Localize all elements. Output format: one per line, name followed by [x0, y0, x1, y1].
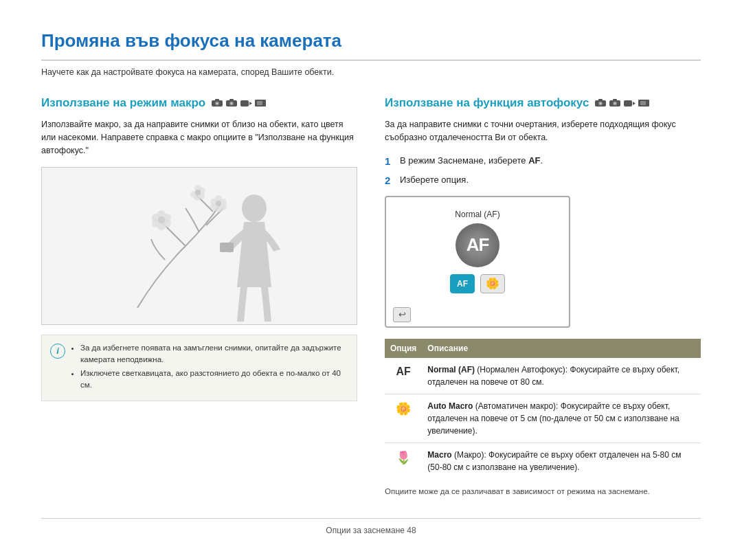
svg-rect-35 [598, 99, 603, 101]
tip-box: i За да избегнете появата на замъглени с… [41, 335, 357, 401]
page-title: Промяна във фокуса на камерата [41, 27, 701, 60]
af-back-btn[interactable]: ↩ [393, 307, 411, 322]
svg-point-25 [216, 201, 221, 206]
macro-illustration [41, 167, 357, 325]
svg-point-18 [158, 216, 165, 223]
options-table: Опция Описание AF Normal (AF) (Нормален … [385, 339, 701, 479]
step-1-text: В режим Заснемане, изберете AF. [400, 154, 543, 168]
table-row-af: AF Normal (AF) (Нормален Автофокус): Фок… [385, 358, 701, 394]
page-subtitle: Научете как да настройвате фокуса на кам… [41, 66, 701, 79]
left-section-title: Използване на режим макро [41, 94, 357, 112]
svg-rect-5 [229, 99, 234, 101]
macro-svg [96, 170, 302, 322]
tip-icon: i [50, 344, 65, 359]
camera-icon-r2 [609, 98, 621, 107]
svg-rect-1 [215, 99, 219, 101]
svg-point-32 [242, 194, 267, 222]
svg-marker-43 [633, 102, 636, 105]
af-btn-macro[interactable]: 🌼 [480, 274, 505, 293]
af-big-text: AF [466, 232, 489, 258]
steps: 1 В режим Заснемане, изберете AF. 2 Избе… [385, 154, 701, 189]
table-row-af-desc: Normal (AF) (Нормален Автофокус): Фокуси… [422, 358, 701, 394]
svg-point-41 [614, 102, 616, 104]
svg-rect-11 [257, 101, 262, 105]
table-header-row: Опция Описание [385, 339, 701, 358]
step-1-num: 1 [385, 154, 396, 170]
svg-rect-33 [220, 243, 234, 252]
table-col2-header: Описание [422, 339, 701, 358]
tip-list: За да избегнете появата на замъглени сни… [71, 342, 348, 394]
right-title-icons [594, 98, 650, 107]
table-row-macro-desc: Macro (Макро): Фокусирайте се върху обек… [422, 443, 701, 479]
svg-point-7 [231, 102, 233, 104]
step-2-text: Изберете опция. [400, 173, 469, 187]
af-big-icon: AF [456, 223, 499, 267]
step-1: 1 В режим Заснемане, изберете AF. [385, 154, 701, 170]
left-title-text: Използване на режим макро [41, 94, 205, 112]
af-desc-bold: Normal (AF) (Нормален Автофокус): Фокуси… [427, 365, 679, 387]
table-row-macro: 🌷 Macro (Макро): Фокусирайте се върху об… [385, 443, 701, 479]
page-footer: Опции за заснемане 48 [41, 518, 701, 537]
macro-title: Macro [427, 450, 451, 460]
right-section-body: За да направите снимки с точни очертания… [385, 118, 701, 144]
af-back-row: ↩ [386, 304, 569, 322]
photo-icon-1 [254, 98, 267, 107]
af-small-icons: AF 🌼 [450, 274, 505, 293]
footer-text: Опции за заснемане 48 [326, 526, 416, 535]
af-preview-inner: Normal (AF) AF AF 🌼 [386, 197, 569, 304]
table-row-macro-icon: 🌷 [385, 443, 422, 479]
svg-marker-9 [249, 102, 252, 105]
svg-rect-8 [240, 100, 249, 107]
af-icon-label: AF [396, 366, 411, 377]
left-section-body: Използвайте макро, за да направите снимк… [41, 118, 357, 157]
svg-rect-42 [624, 100, 632, 107]
footnote: Опциите може да се различават в зависимо… [385, 486, 701, 497]
table-row-auto-macro-icon: 🌼 [385, 394, 422, 443]
right-title-text: Използване на функция автофокус [385, 94, 589, 112]
video-icon-r1 [623, 98, 636, 107]
auto-macro-title: Auto Macro [427, 401, 473, 411]
af-btn-normal[interactable]: AF [450, 274, 475, 293]
macro-icon: 🌷 [396, 451, 411, 464]
camera-icon-1 [211, 98, 223, 107]
svg-point-37 [600, 102, 602, 104]
svg-rect-45 [640, 101, 646, 105]
table-row-auto-macro: 🌼 Auto Macro (Автоматичен макро): Фокуси… [385, 394, 701, 443]
tip-item-2: Изключете светкавицата, ако разстоянието… [80, 368, 348, 392]
video-icon-1 [240, 98, 252, 107]
table-row-auto-macro-desc: Auto Macro (Автоматичен макро): Фокусира… [422, 394, 701, 443]
af-preview-box: Normal (AF) AF AF 🌼 ↩ [385, 196, 570, 328]
table-col1-header: Опция [385, 339, 422, 358]
normal-af-label: Normal (AF) [455, 208, 499, 221]
svg-rect-39 [613, 99, 617, 101]
photo-icon-r1 [638, 98, 650, 107]
right-column: Използване на функция автофокус За да на… [385, 94, 701, 511]
svg-point-31 [195, 190, 201, 195]
right-section-title: Използване на функция автофокус [385, 94, 701, 112]
auto-macro-icon: 🌼 [396, 402, 411, 416]
camera-icon-r1 [594, 98, 607, 107]
step-2: 2 Изберете опция. [385, 173, 701, 189]
camera-icon-2 [225, 98, 238, 107]
svg-point-3 [216, 102, 218, 104]
step-2-num: 2 [385, 173, 396, 189]
table-row-af-icon: AF [385, 358, 422, 394]
left-column: Използване на режим макро Използвайте ма… [41, 94, 357, 511]
left-title-icons [211, 98, 267, 107]
tip-item-1: За да избегнете появата на замъглени сни… [80, 342, 348, 366]
